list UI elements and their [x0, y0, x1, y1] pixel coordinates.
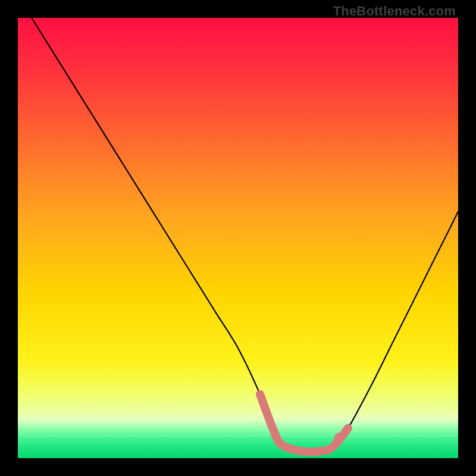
gradient-background — [18, 18, 458, 458]
band-line — [18, 419, 458, 420]
band-line — [18, 441, 458, 441]
band-line — [18, 436, 458, 436]
chart-frame: TheBottleneck.com — [0, 0, 476, 476]
chart-plot-area — [18, 18, 458, 458]
band-line — [18, 414, 458, 415]
optimal-end-dot — [334, 433, 345, 443]
chart-svg — [18, 18, 458, 458]
band-line — [18, 430, 458, 431]
watermark-text: TheBottleneck.com — [333, 4, 456, 19]
band-line — [18, 425, 458, 425]
